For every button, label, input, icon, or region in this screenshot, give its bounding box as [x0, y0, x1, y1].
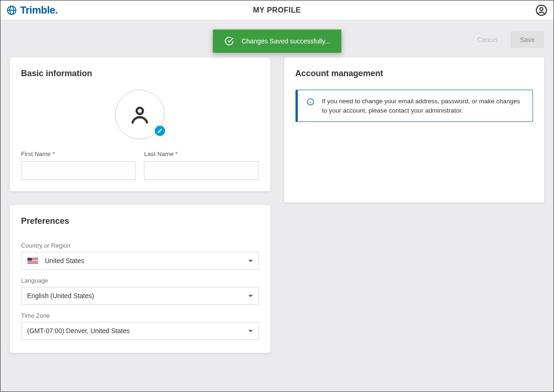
account-icon[interactable]: [535, 4, 548, 17]
account-title: Account management: [295, 69, 533, 78]
pencil-icon: [157, 128, 163, 134]
last-name-label: Last Name *: [144, 150, 259, 157]
brand-text: Trimble.: [20, 4, 58, 16]
chevron-down-icon: [248, 330, 253, 332]
account-management-card: Account management If you need to change…: [284, 57, 545, 202]
info-text: If you need to change your email address…: [322, 97, 525, 115]
header-bar: Trimble. MY PROFILE: [0, 0, 554, 20]
first-name-input[interactable]: [21, 161, 136, 180]
preferences-card: Preferences Country or Region United Sta…: [10, 205, 270, 353]
last-name-input[interactable]: [144, 161, 259, 180]
first-name-field: First Name *: [21, 150, 136, 180]
svg-point-4: [137, 108, 143, 114]
last-name-field: Last Name *: [144, 150, 259, 180]
basic-information-card: Basic information: [10, 57, 270, 191]
edit-avatar-button[interactable]: [155, 126, 165, 136]
language-select[interactable]: English (United States): [21, 287, 259, 305]
timezone-field: Time Zone (GMT-07:00) Denver, United Sta…: [21, 312, 259, 340]
timezone-label: Time Zone: [21, 312, 259, 319]
brand-globe-icon: [6, 5, 17, 16]
cancel-button[interactable]: Cancel: [468, 31, 507, 48]
info-icon: [306, 98, 315, 106]
country-value: United States: [45, 257, 84, 264]
check-circle-icon: [224, 36, 234, 46]
language-field: Language English (United States): [21, 277, 259, 305]
chevron-down-icon: [248, 295, 253, 297]
preferences-title: Preferences: [21, 216, 259, 226]
brand-logo: Trimble.: [6, 4, 58, 16]
info-callout: If you need to change your email address…: [295, 90, 533, 122]
timezone-value: (GMT-07:00) Denver, United States: [27, 327, 130, 335]
avatar: [115, 90, 165, 139]
svg-point-3: [540, 7, 543, 11]
basic-info-title: Basic information: [21, 69, 259, 78]
country-select[interactable]: United States: [21, 252, 259, 270]
page-title: MY PROFILE: [253, 6, 301, 14]
save-button[interactable]: Save: [511, 31, 544, 48]
timezone-select[interactable]: (GMT-07:00) Denver, United States: [21, 322, 259, 340]
first-name-label: First Name *: [21, 150, 136, 157]
chevron-down-icon: [248, 260, 253, 262]
us-flag-icon: [27, 257, 38, 264]
language-label: Language: [21, 277, 259, 284]
toast-message: Changes Saved successfully...: [242, 37, 331, 45]
language-value: English (United States): [27, 292, 94, 299]
country-field: Country or Region United States: [21, 242, 259, 270]
success-toast: Changes Saved successfully...: [213, 29, 342, 53]
country-label: Country or Region: [21, 242, 259, 249]
